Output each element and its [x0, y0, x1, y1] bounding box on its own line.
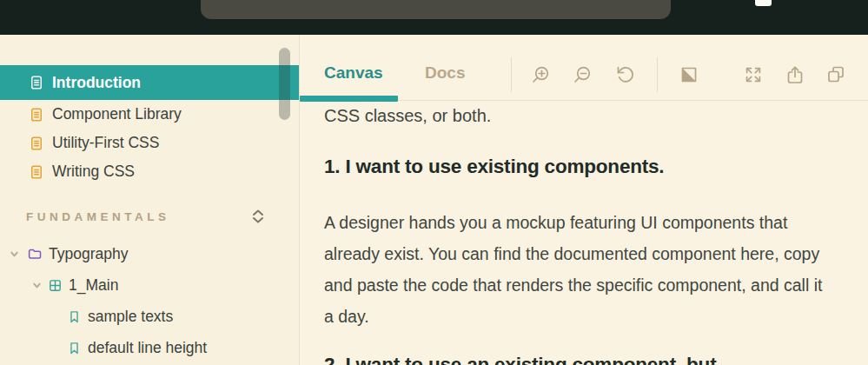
- url-bar[interactable]: [201, 0, 671, 19]
- doc-section2-heading: 2. I want to use an existing component, …: [324, 352, 833, 365]
- tree-item-label: Typography: [49, 245, 128, 263]
- sidebar-item-label: Utility-First CSS: [52, 134, 159, 152]
- export-icon[interactable]: [785, 64, 805, 85]
- tab-canvas[interactable]: Canvas: [324, 63, 383, 83]
- sidebar-item-utility-first-css[interactable]: Utility-First CSS: [0, 129, 299, 157]
- tree-item-label: sample texts: [88, 308, 173, 326]
- zoom-in-icon[interactable]: [530, 64, 551, 85]
- sidebar-item-writing-css[interactable]: Writing CSS: [0, 157, 299, 186]
- sidebar-section-fundamentals: FUNDAMENTALS: [0, 207, 299, 226]
- toolbar-divider: [657, 57, 658, 92]
- sidebar: Introduction Component Library: [0, 35, 300, 365]
- caret-down-icon[interactable]: [10, 249, 19, 259]
- sidebar-tree: Typography 1_Main: [0, 238, 299, 363]
- duplicate-icon[interactable]: [825, 64, 846, 85]
- bookmark-icon: [67, 341, 82, 355]
- doc-section1-paragraph: A designer hands you a mockup featuring …: [324, 207, 833, 332]
- section-label: FUNDAMENTALS: [26, 210, 170, 223]
- sidebar-item-label: Component Library: [52, 105, 182, 123]
- sidebar-item-introduction[interactable]: Introduction: [0, 65, 299, 100]
- tab-docs[interactable]: Docs: [425, 63, 465, 83]
- app-window: Introduction Component Library: [0, 0, 868, 365]
- sidebar-item-component-library[interactable]: Component Library: [0, 100, 299, 129]
- browser-toolbar-button[interactable]: [755, 0, 772, 6]
- fullscreen-icon[interactable]: [743, 64, 764, 85]
- grid-icon: [48, 278, 63, 293]
- content-panel: Canvas Docs: [300, 35, 868, 365]
- folder-icon: [27, 246, 43, 262]
- tab-toolbar: Canvas Docs: [300, 35, 868, 101]
- sidebar-item-label: Writing CSS: [52, 163, 135, 181]
- caret-down-icon[interactable]: [32, 281, 42, 290]
- tree-item-typography[interactable]: Typography: [0, 238, 299, 269]
- tree-item-label: 1_Main: [69, 276, 118, 295]
- browser-topbar: [0, 0, 868, 35]
- sidebar-item-label: Introduction: [52, 74, 141, 92]
- sidebar-scrollbar[interactable]: [279, 48, 290, 120]
- zoom-out-icon[interactable]: [572, 64, 593, 85]
- document-icon: [29, 75, 44, 90]
- doc-intro-line: CSS classes, or both.: [324, 103, 833, 128]
- tree-item-label: default line height: [88, 339, 207, 357]
- sidebar-nav: Introduction Component Library: [0, 35, 299, 186]
- tree-item-sample-texts[interactable]: sample texts: [0, 301, 299, 332]
- active-tab-underline: [300, 96, 398, 102]
- tree-item-1-main[interactable]: 1_Main: [0, 269, 299, 301]
- toolbar-divider: [511, 57, 512, 92]
- document-icon: [29, 136, 44, 151]
- expand-collapse-icon[interactable]: [251, 209, 265, 224]
- docs-document: CSS classes, or both. 1. I want to use e…: [300, 103, 868, 365]
- document-icon: [29, 164, 44, 180]
- reset-view-icon[interactable]: [614, 64, 635, 85]
- bookmark-icon: [67, 309, 82, 324]
- doc-section1-heading: 1. I want to use existing components.: [324, 154, 833, 180]
- document-icon: [29, 107, 44, 123]
- contrast-icon[interactable]: [679, 64, 699, 85]
- tree-item-default-line-height[interactable]: default line height: [0, 332, 299, 363]
